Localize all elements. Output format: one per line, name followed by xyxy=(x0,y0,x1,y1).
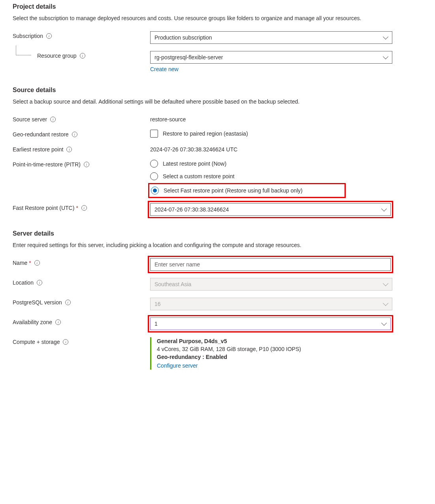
radio-icon xyxy=(151,187,159,194)
geo-checkbox-label: Restore to paired region (eastasia) xyxy=(163,130,248,137)
source-server-row: Source server restore-source xyxy=(13,115,422,123)
az-label: Availability zone xyxy=(13,319,52,325)
info-icon[interactable] xyxy=(50,117,56,122)
info-icon[interactable] xyxy=(34,260,40,266)
pitr-radio-group: Latest restore point (Now) Select a cust… xyxy=(150,160,344,196)
geo-checkbox[interactable] xyxy=(150,130,158,138)
pgversion-value: 16 xyxy=(154,301,161,307)
resource-group-label: Resource group xyxy=(37,53,77,59)
geo-label: Geo-redundant restore xyxy=(13,131,69,138)
radio-icon xyxy=(150,172,158,180)
az-dropdown[interactable]: 1 xyxy=(150,317,391,330)
server-heading: Server details xyxy=(13,230,422,237)
pitr-fast-label: Select Fast restore point (Restore using… xyxy=(164,187,303,194)
az-value: 1 xyxy=(154,321,158,327)
source-heading: Source details xyxy=(13,87,422,94)
pgversion-dropdown: 16 xyxy=(150,298,392,310)
info-icon[interactable] xyxy=(80,53,85,59)
location-dropdown: Southeast Asia xyxy=(150,278,392,291)
earliest-value: 2024-07-26 07:30:38.3246624 UTC xyxy=(150,145,237,153)
compute-line2: 4 vCores, 32 GiB RAM, 128 GiB storage, P… xyxy=(157,346,392,352)
pitr-radio-fast[interactable]: Select Fast restore point (Restore using… xyxy=(150,185,344,196)
pitr-latest-label: Latest restore point (Now) xyxy=(163,160,226,167)
name-row: Name * xyxy=(13,258,422,271)
resource-group-row: Resource group rg-postgresql-flexible-se… xyxy=(13,51,422,72)
server-name-input[interactable] xyxy=(150,258,391,271)
name-label: Name xyxy=(13,260,27,266)
compute-line3: Geo-redundancy : Enabled xyxy=(157,354,392,360)
fast-restore-label: Fast Restore point (UTC) xyxy=(13,205,74,211)
location-label: Location xyxy=(13,279,34,286)
fast-restore-dropdown[interactable]: 2024-07-26 07:30:38.3246624 xyxy=(150,203,391,216)
info-icon[interactable] xyxy=(65,300,71,305)
server-details-section: Server details Enter required settings f… xyxy=(13,230,422,370)
location-row: Location Southeast Asia xyxy=(13,278,422,291)
project-heading: Project details xyxy=(13,3,422,10)
configure-server-link[interactable]: Configure server xyxy=(157,362,198,369)
pitr-row: Point-in-time-restore (PITR) Latest rest… xyxy=(13,160,422,196)
subscription-dropdown[interactable]: Production subscription xyxy=(150,31,392,44)
pitr-label: Point-in-time-restore (PITR) xyxy=(13,161,81,168)
resource-group-dropdown[interactable]: rg-postgresql-flexible-server xyxy=(150,51,392,64)
pitr-radio-latest[interactable]: Latest restore point (Now) xyxy=(150,160,344,168)
compute-summary: General Purpose, D4ds_v5 4 vCores, 32 Gi… xyxy=(150,337,392,370)
info-icon[interactable] xyxy=(72,132,77,137)
project-desc: Select the subscription to manage deploy… xyxy=(13,14,422,23)
server-desc: Enter required settings for this server,… xyxy=(13,241,422,249)
required-asterisk: * xyxy=(29,260,31,266)
compute-row: Compute + storage General Purpose, D4ds_… xyxy=(13,337,422,370)
fast-restore-value: 2024-07-26 07:30:38.3246624 xyxy=(154,206,229,213)
source-desc: Select a backup source and detail. Addit… xyxy=(13,98,422,106)
az-row: Availability zone 1 xyxy=(13,317,422,330)
create-new-link[interactable]: Create new xyxy=(150,66,179,72)
info-icon[interactable] xyxy=(66,147,72,152)
pgversion-label: PostgreSQL version xyxy=(13,299,62,306)
earliest-row: Earliest restore point 2024-07-26 07:30:… xyxy=(13,145,422,153)
location-value: Southeast Asia xyxy=(154,281,191,287)
source-details-section: Source details Select a backup source an… xyxy=(13,87,422,216)
info-icon[interactable] xyxy=(46,33,52,39)
pitr-custom-label: Select a custom restore point xyxy=(163,173,234,179)
info-icon[interactable] xyxy=(84,162,89,167)
subscription-value: Production subscription xyxy=(154,34,212,41)
radio-icon xyxy=(150,160,158,168)
pitr-radio-custom[interactable]: Select a custom restore point xyxy=(150,172,344,180)
geo-redundant-row: Geo-redundant restore Restore to paired … xyxy=(13,130,422,138)
required-asterisk: * xyxy=(76,205,78,211)
info-icon[interactable] xyxy=(37,280,42,285)
earliest-label: Earliest restore point xyxy=(13,146,63,153)
pgversion-row: PostgreSQL version 16 xyxy=(13,298,422,310)
project-details-section: Project details Select the subscription … xyxy=(13,3,422,72)
compute-label: Compute + storage xyxy=(13,339,60,345)
source-server-label: Source server xyxy=(13,116,47,123)
fast-restore-row: Fast Restore point (UTC) * 2024-07-26 07… xyxy=(13,203,422,216)
subscription-label: Subscription xyxy=(13,33,43,39)
subscription-row: Subscription Production subscription xyxy=(13,31,422,44)
info-icon[interactable] xyxy=(63,339,68,345)
resource-group-value: rg-postgresql-flexible-server xyxy=(154,54,223,60)
source-server-value: restore-source xyxy=(150,115,186,123)
compute-line1: General Purpose, D4ds_v5 xyxy=(157,338,392,344)
info-icon[interactable] xyxy=(81,205,87,211)
info-icon[interactable] xyxy=(55,319,61,325)
